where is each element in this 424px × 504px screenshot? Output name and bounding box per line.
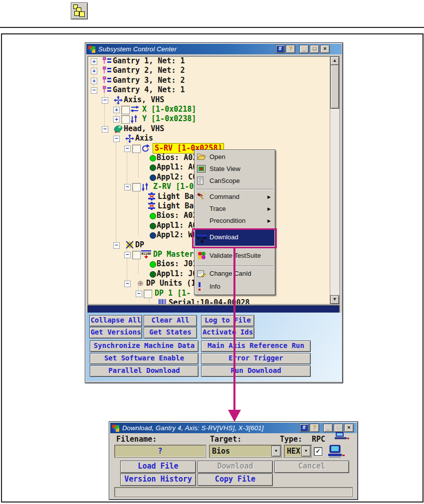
tree-label[interactable]: DP 1 [1- [155,289,191,298]
tree-label[interactable]: Serial:10-04-00028 [169,298,250,305]
tree-label[interactable]: Appl1: J0 [157,269,197,279]
tree-label[interactable]: Axis, VHS [124,95,164,105]
tree-expander-icon[interactable]: + [91,68,97,74]
tree-row[interactable]: +X [1-0x0218] [88,105,331,114]
log-to-file-button[interactable]: Log to File [201,315,254,327]
tree-expander-icon[interactable]: − [136,291,142,297]
tree-row[interactable]: Serial:10-04-00028 [88,298,331,305]
tree-label[interactable]: Gantry 2, Net: 2 [113,66,185,75]
tree-row[interactable]: −Axis, VHS [88,95,331,105]
menu-item-precondition[interactable]: Precondition▶ [195,215,274,227]
help-button-icon[interactable]: ? [286,45,295,53]
tree-row[interactable]: −Axis [88,134,331,143]
run-download-button[interactable]: Run Download [201,365,311,377]
tree-expander-icon[interactable]: + [91,58,97,65]
tree-label[interactable]: Bios: A03 [157,153,197,163]
scrollbar-thumb[interactable] [330,65,339,109]
tree-row[interactable]: +Gantry 2, Net: 2 [88,66,331,75]
synchronize-machine-data-button[interactable]: Synchronize Machine Data [90,340,199,352]
tree-checkbox[interactable] [144,290,152,298]
close-button-icon[interactable]: × [344,424,354,432]
rpc-checkbox[interactable]: ✓ [314,447,322,456]
activate-ids-button[interactable]: Activate Ids [201,327,254,338]
get-versions-button[interactable]: Get Versions [89,327,142,338]
tree-label[interactable]: Bios: A03 [157,211,197,220]
minimize-button-icon[interactable]: _ [299,45,309,53]
tree-label[interactable]: DP Master [153,250,194,259]
tree-label[interactable]: Bios: J01 [157,259,197,269]
maximize-button-icon[interactable]: □ [334,424,343,432]
tree-row[interactable]: +Gantry 1, Net: 1 [88,56,331,66]
tree-label[interactable]: DP [135,240,144,250]
tree-label[interactable]: Z-RV [1-0 [153,182,194,191]
filename-field[interactable]: ? [114,445,206,458]
tree-expander-icon[interactable]: − [113,242,120,249]
tree-checkbox[interactable] [132,145,141,153]
minimize-button-icon[interactable]: _ [323,424,333,432]
set-software-enable-button[interactable]: Set Software Enable [90,353,199,364]
type-combobox[interactable]: HEX ▼ [284,445,312,458]
maximize-button-icon[interactable]: □ [310,45,319,53]
tree-label[interactable]: Appl2: W0 [157,230,197,240]
version-history-button[interactable]: Version History [120,474,196,486]
copy-file-button[interactable]: Copy File [198,474,273,486]
chevron-down-icon[interactable]: ▼ [301,446,311,457]
grid-button-icon[interactable]: # [299,424,309,432]
tree-checkbox[interactable] [121,106,130,114]
tree-checkbox[interactable] [132,183,141,191]
scroll-up-icon[interactable]: ▲ [330,56,339,65]
tree-checkbox[interactable] [132,251,141,259]
tree-label[interactable]: Appl2: C0 [157,172,197,182]
grid-button-icon[interactable]: # [275,45,285,53]
tree-row[interactable]: +Gantry 3, Net: 2 [88,76,331,85]
main-axis-reference-run-button[interactable]: Main Axis Reference Run [201,340,311,352]
parallel-download-button[interactable]: Parallel Download [90,365,199,377]
tree-expander-icon[interactable]: + [113,107,120,113]
tree-row[interactable]: +Y [1-0x0238] [88,114,331,124]
tree-label[interactable]: Light Ba [158,192,194,201]
tree-expander-icon[interactable]: − [102,97,108,104]
tree-expander-icon[interactable]: − [102,126,108,133]
chevron-down-icon[interactable]: ▼ [271,446,281,457]
clear-all-button[interactable]: Clear All [144,315,197,327]
tree-label[interactable]: Appl1: A0 [157,163,197,172]
tree-label[interactable]: X [1-0x0218] [142,105,196,114]
tree-label[interactable]: DP Units (1 [146,279,196,288]
tree-expander-icon[interactable]: − [124,146,131,152]
tree-label[interactable]: Light Ba [158,201,194,211]
menu-item-trace[interactable]: Trace▶ [195,203,274,215]
scroll-down-icon[interactable]: ▼ [330,295,339,304]
tree-checkbox[interactable] [121,115,130,124]
tree-row[interactable]: −Gantry 4, Net: 1 [88,85,331,95]
target-combobox[interactable]: Bios ▼ [209,445,282,458]
help-button-icon[interactable]: ? [310,424,319,432]
tree-expander-icon[interactable]: + [113,116,120,123]
get-states-button[interactable]: Get States [144,327,197,338]
tree-expander-icon[interactable]: − [124,184,131,190]
menu-item-label: Trace [210,205,226,212]
tree-expander-icon[interactable]: − [124,281,131,287]
tree-expander-icon[interactable]: − [113,136,120,142]
menu-item-state-view[interactable]: State View [195,163,274,175]
tree-label[interactable]: Gantry 1, Net: 1 [113,56,185,66]
tree-expander-icon[interactable]: − [91,87,97,94]
tree-label[interactable]: Appl1: A0 [157,221,197,230]
tree-label[interactable]: Head, VHS [124,124,164,134]
tree-expander-icon[interactable]: + [91,78,97,84]
error-trigger-button[interactable]: Error Trigger [201,353,311,364]
tree-label[interactable]: Axis [135,134,153,143]
menu-item-canscope[interactable]: CanScope [195,175,274,187]
vertical-scrollbar[interactable]: ▲ ▼ [330,56,340,305]
load-file-button[interactable]: Load File [120,461,196,473]
tree-row[interactable]: −Head, VHS [88,124,331,134]
tree-expander-icon[interactable]: − [124,252,131,258]
menu-item-open[interactable]: Open [195,151,274,163]
cascade-windows-icon[interactable] [71,2,88,19]
collapse-all-button[interactable]: Collapse All [89,315,142,327]
tree-label[interactable]: Gantry 3, Net: 2 [113,76,185,85]
tree-label[interactable]: Gantry 4, Net: 1 [113,85,185,95]
menu-item-command[interactable]: Command▶ [195,191,274,203]
close-button-icon[interactable]: × [320,45,330,53]
tree-label[interactable]: Y [1-0x0238] [142,114,196,124]
horizontal-scrollbar-filled[interactable] [87,305,340,313]
